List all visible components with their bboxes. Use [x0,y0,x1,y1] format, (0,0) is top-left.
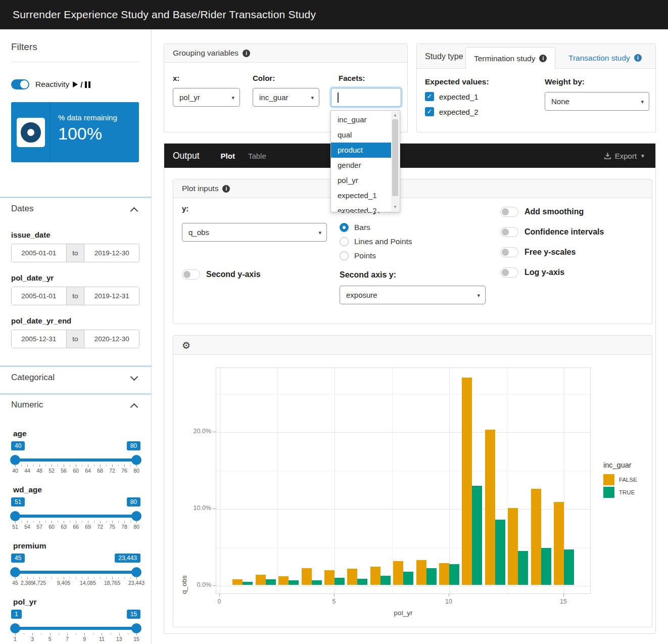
legend-title: inc_guar [603,461,637,469]
slider-tick [100,465,101,467]
bar-true-polyr-6 [357,579,367,585]
slider-tick-label: 4,725 [33,580,46,586]
slider-handle-max[interactable] [131,567,141,577]
date-separator: to [66,330,85,348]
slider-handle-max[interactable] [131,455,141,465]
color-select[interactable]: inc_guar ▾ [253,88,319,107]
slider-tick [82,465,82,467]
bar-true-polyr-8 [403,572,413,585]
bar-true-polyr-15 [564,549,574,585]
gear-icon[interactable]: ⚙ [182,340,190,351]
slider-handle-max[interactable] [131,511,141,521]
scrollbar-thumb[interactable] [392,119,398,196]
export-label: Export [615,152,637,160]
slider-track[interactable] [15,571,136,574]
radio-button[interactable] [340,251,349,260]
filters-sidebar: Filters Reactivity / % data remaining 10… [0,29,152,644]
donut-icon [21,122,41,143]
slider-track[interactable] [15,515,136,518]
facet-option[interactable]: expected_1 [331,188,391,203]
second-axis-y-select[interactable]: exposure ▾ [340,286,486,304]
section-dates-label: Dates [11,204,33,213]
tab-transaction-study[interactable]: Transaction study i [568,47,642,69]
checkbox-checked[interactable]: ✓ [425,92,434,101]
facet-option[interactable]: inc_guar [331,112,391,127]
slider-tick [76,633,76,635]
slider-track[interactable] [15,458,136,462]
option-toggle[interactable] [500,207,518,217]
slider-handle-max[interactable] [131,623,141,633]
reactivity-toggle[interactable] [11,79,29,89]
facet-option[interactable]: qual [331,127,391,143]
expected-value-checkbox-row: ✓expected_2 [425,107,479,116]
dropdown-scrollbar[interactable]: ▲ ▼ [391,111,399,211]
facet-option[interactable]: expected_2 [331,203,391,212]
date-range-input: 2005-01-01to2019-12-30 [11,244,139,262]
slider-handle-min[interactable] [10,511,20,521]
date-to-input[interactable]: 2020-12-30 [84,330,139,348]
legend-swatch [603,487,614,498]
slider-tick-label: 11 [99,636,105,642]
tab-termination-study[interactable]: Termination study i [465,47,555,69]
slider-tick-label: 80 [133,468,139,474]
bar-true-polyr-5 [335,578,345,585]
date-range-input: 2005-12-31to2020-12-30 [11,330,139,348]
facets-input[interactable] [331,88,401,107]
slider-handle-min[interactable] [10,567,20,577]
radio-button[interactable] [340,223,349,232]
info-icon[interactable]: i [634,54,642,62]
checkbox-label: expected_2 [439,108,479,116]
section-categorical[interactable]: Categorical [11,373,139,386]
date-to-input[interactable]: 2019-12-31 [84,287,139,305]
numeric-sliders: age40804044485256606468727680wd_age51805… [15,429,136,644]
plot-inputs-header: Plot inputs i [173,179,652,198]
checkbox-checked[interactable]: ✓ [425,107,434,116]
chevron-down-icon: ▾ [231,88,234,107]
slider-handle-min[interactable] [10,455,20,465]
slider-tick [21,577,22,579]
info-icon[interactable]: i [222,185,230,193]
scroll-down-icon[interactable]: ▼ [391,204,399,211]
date-from-input[interactable]: 2005-01-01 [12,244,66,262]
slider-max-value: 80 [127,441,140,450]
slider-handle-min[interactable] [10,623,20,633]
slider-tick [94,577,94,579]
option-toggle[interactable] [500,247,518,257]
radio-button[interactable] [340,237,349,246]
option-toggle[interactable] [500,267,518,278]
slider-tick [24,633,24,635]
tab-table[interactable]: Table [248,152,266,160]
slider-tick [64,465,64,467]
info-icon[interactable]: i [243,50,250,57]
date-from-input[interactable]: 2005-01-01 [12,287,66,305]
date-from-input[interactable]: 2005-12-31 [12,330,66,348]
facet-option[interactable]: gender [331,158,391,173]
export-button[interactable]: Export ▼ [604,152,645,160]
section-numeric[interactable]: Numeric [11,400,139,413]
slider-tick [27,577,28,579]
legend-label: TRUE [619,489,635,495]
scroll-up-icon[interactable]: ▲ [391,112,399,119]
facet-option[interactable]: product [331,143,391,158]
slider-tick [27,465,28,467]
tab-transaction-label: Transaction study [568,54,630,63]
section-dates[interactable]: Dates [11,204,139,217]
weight-by-select[interactable]: None ▾ [545,92,649,111]
page-title: Surrender Experience Study and Base/Ride… [13,9,316,21]
y-select[interactable]: q_obs ▾ [182,223,327,242]
date-to-input[interactable]: 2019-12-30 [84,244,139,262]
second-y-axis-toggle[interactable] [182,269,200,280]
output-panel: Output Plot Table Export ▼ Plot inputs i… [164,143,656,634]
app-window: Surrender Experience Study and Base/Ride… [0,0,668,644]
slider-tick [50,633,51,635]
facet-option[interactable]: pol_yr [331,173,391,188]
bar-true-polyr-12 [495,520,505,585]
info-icon[interactable]: i [539,55,547,62]
x-select[interactable]: pol_yr ▾ [173,88,240,107]
option-toggle[interactable] [500,227,518,237]
y-axis-tick-mark [213,585,216,586]
slider-track[interactable] [15,627,136,630]
slider-label: pol_yr [13,597,37,607]
tab-plot[interactable]: Plot [221,152,235,160]
slider-tick [130,521,131,523]
